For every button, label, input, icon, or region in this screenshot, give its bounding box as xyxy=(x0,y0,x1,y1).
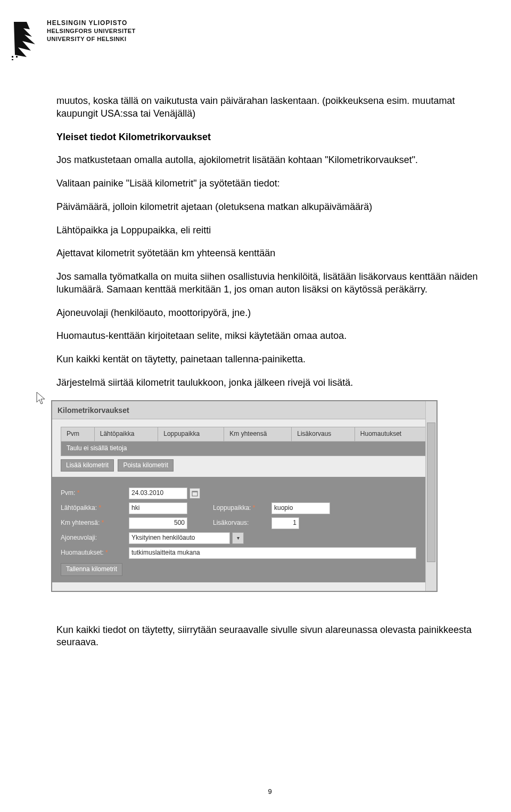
col-lahtopaikka[interactable]: Lähtöpaikka xyxy=(94,427,158,441)
para3-line3: Lähtöpaikka ja Loppupaikka, eli reitti xyxy=(56,224,483,237)
cursor-icon xyxy=(36,392,46,408)
required-star: * xyxy=(77,489,80,497)
label-lahtopaikka: Lähtöpaikka: xyxy=(61,504,97,511)
para3-line6: Ajoneuvolaji (henkilöauto, moottoripyörä… xyxy=(56,307,483,320)
table-empty-row: Taulu ei sisällä tietoja xyxy=(61,441,428,456)
paragraph-outro: Kun kaikki tiedot on täytetty, siirrytää… xyxy=(56,624,483,649)
brand-line-en: UNIVERSITY OF HELSINKI xyxy=(47,35,136,43)
label-ajoneuvolaji: Ajoneuvolaji: xyxy=(61,534,97,541)
calendar-icon[interactable] xyxy=(189,488,200,499)
col-huomautukset[interactable]: Huomautukset xyxy=(355,427,427,441)
lahtopaikka-input[interactable]: hki xyxy=(129,502,187,514)
para3-line4: Ajettavat kilometrit syötetään km yhteen… xyxy=(56,247,483,260)
label-loppupaikka: Loppupaikka: xyxy=(213,504,251,511)
para3-line5: Jos samalla työmatkalla on muita siihen … xyxy=(56,271,483,296)
pvm-input[interactable]: 24.03.2010 xyxy=(129,488,187,499)
scrollbar-thumb[interactable] xyxy=(427,423,435,562)
label-pvm: Pvm: xyxy=(61,489,75,497)
huomautukset-input[interactable]: tutkimuslaitteita mukana xyxy=(129,547,416,559)
svg-rect-1 xyxy=(16,56,18,58)
section-heading: Yleiset tiedot Kilometrikorvaukset xyxy=(56,131,483,144)
loppupaikka-input[interactable]: kuopio xyxy=(271,502,330,514)
svg-rect-4 xyxy=(192,491,197,492)
label-km-yhteensa: Km yhteensä: xyxy=(61,519,100,526)
chevron-down-icon[interactable]: ▾ xyxy=(232,532,244,544)
para3-line1: Valitaan painike "Lisää kilometrit" ja s… xyxy=(56,177,483,190)
flame-icon xyxy=(11,19,42,62)
label-lisakorvaus: Lisäkorvaus: xyxy=(213,519,249,526)
para3-line7: Huomautus-kenttään kirjoitetaan selite, … xyxy=(56,330,483,343)
brand-line-fi: HELSINGIN YLIOPISTO xyxy=(47,19,136,27)
page-number: 9 xyxy=(56,787,483,795)
lisakorvaus-input[interactable]: 1 xyxy=(271,517,299,529)
svg-rect-0 xyxy=(12,56,13,58)
para3-line2: Päivämäärä, jolloin kilometrit ajetaan (… xyxy=(56,201,483,214)
ajoneuvolaji-select[interactable]: Yksityinen henkilöauto xyxy=(129,532,230,544)
kilometrikorvaukset-panel: Kilometrikorvaukset Pvm Lähtöpaikka Lopp… xyxy=(51,400,438,592)
add-kilometrit-button[interactable]: Lisää kilometrit xyxy=(61,459,114,472)
col-lisakorvaus[interactable]: Lisäkorvaus xyxy=(292,427,355,441)
paragraph-intro: muutos, koska tällä on vaikutusta vain p… xyxy=(56,95,483,120)
save-kilometrit-button[interactable]: Tallenna kilometrit xyxy=(61,563,122,576)
paragraph-2: Jos matkustetaan omalla autolla, ajokilo… xyxy=(56,154,483,167)
svg-rect-2 xyxy=(12,59,13,60)
para3-line9: Järjestelmä siirtää kilometrit taulukkoo… xyxy=(56,377,483,389)
brand-logo: HELSINGIN YLIOPISTO HELSINGFORS UNIVERSI… xyxy=(11,19,136,62)
panel-title: Kilometrikorvaukset xyxy=(52,401,436,419)
empty-message: Taulu ei sisällä tietoja xyxy=(61,441,428,456)
para3-line8: Kun kaikki kentät on täytetty, painetaan… xyxy=(56,353,483,366)
km-yhteensa-input[interactable]: 500 xyxy=(129,517,187,529)
panel-scrollbar[interactable] xyxy=(425,401,436,591)
kilometrit-table: Pvm Lähtöpaikka Loppupaikka Km yhteensä … xyxy=(61,427,428,456)
label-huomautukset: Huomautukset: xyxy=(61,549,104,556)
brand-text: HELSINGIN YLIOPISTO HELSINGFORS UNIVERSI… xyxy=(47,19,136,43)
col-km[interactable]: Km yhteensä xyxy=(224,427,292,441)
delete-kilometrit-button[interactable]: Poista kilometrit xyxy=(118,459,174,472)
col-pvm[interactable]: Pvm xyxy=(61,427,95,441)
brand-line-sv: HELSINGFORS UNIVERSITET xyxy=(47,27,136,35)
col-loppupaikka[interactable]: Loppupaikka xyxy=(158,427,224,441)
